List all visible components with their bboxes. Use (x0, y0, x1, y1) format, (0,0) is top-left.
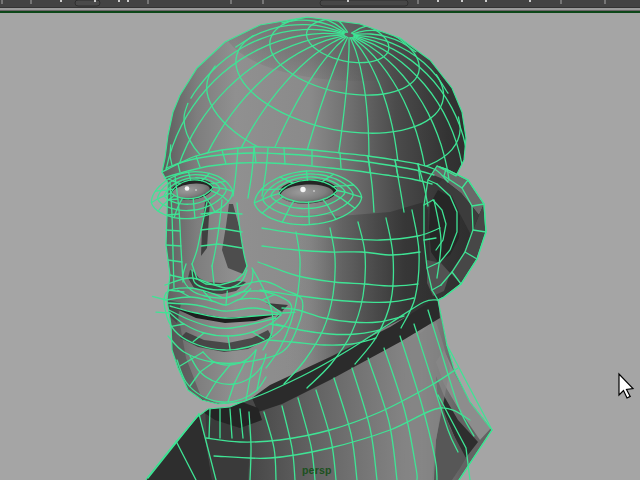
svg-text:persp: persp (302, 464, 332, 476)
